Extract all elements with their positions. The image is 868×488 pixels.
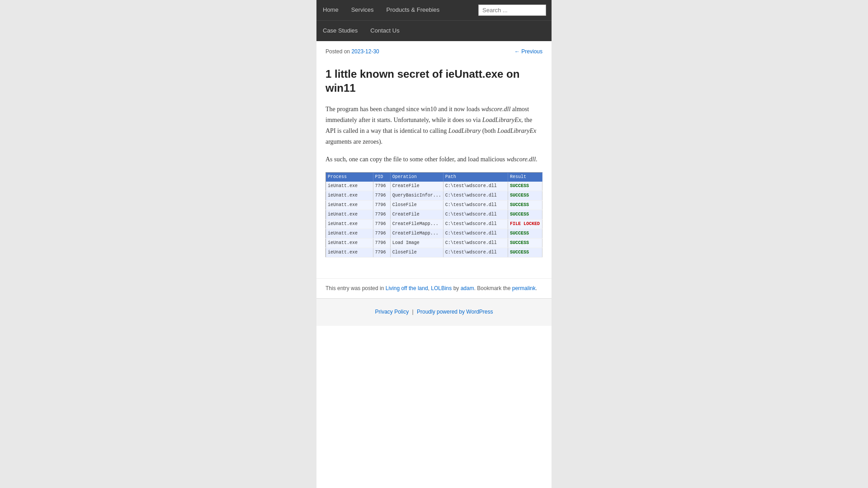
procmon-cell-result: FILE LOCKED [508, 220, 542, 229]
procmon-cell-process: ieUnatt.exe [326, 191, 373, 201]
privacy-policy-link[interactable]: Privacy Policy [375, 309, 409, 315]
nav-contact-us[interactable]: Contact Us [364, 21, 406, 41]
procmon-cell-process: ieUnatt.exe [326, 182, 373, 191]
procmon-cell-result: SUCCESS [508, 229, 542, 239]
procmon-cell-op: CreateFile [390, 210, 443, 220]
nav-products-freebies[interactable]: Products & Freebies [380, 0, 446, 20]
procmon-cell-path: C:\test\wdscore.dll [443, 248, 508, 258]
nav-bar-row2: Case Studies Contact Us [316, 20, 552, 41]
procmon-col-result: Result [508, 173, 542, 182]
procmon-cell-op: CreateFile [390, 182, 443, 191]
wordpress-link[interactable]: Proudly powered by WordPress [417, 309, 493, 315]
post-paragraph-2: As such, one can copy the file to some o… [326, 154, 542, 165]
procmon-cell-process: ieUnatt.exe [326, 201, 373, 210]
procmon-col-op: Operation [390, 173, 443, 182]
procmon-cell-op: Load Image [390, 239, 443, 248]
table-row: ieUnatt.exe 7796 CreateFile C:\test\wdsc… [326, 210, 542, 220]
procmon-cell-op: CloseFile [390, 248, 443, 258]
site-footer: Privacy Policy | Proudly powered by Word… [316, 298, 552, 325]
procmon-cell-result: SUCCESS [508, 191, 542, 201]
post-meta-bar: Posted on 2023-12-30 ← Previous [316, 41, 552, 62]
procmon-cell-process: ieUnatt.exe [326, 248, 373, 258]
table-row: ieUnatt.exe 7796 QueryBasicInfor... C:\t… [326, 191, 542, 201]
procmon-cell-pid: 7796 [373, 182, 390, 191]
procmon-cell-path: C:\test\wdscore.dll [443, 191, 508, 201]
nav-case-studies[interactable]: Case Studies [316, 21, 364, 41]
post-permalink[interactable]: permalink [512, 285, 536, 291]
nav-services[interactable]: Services [345, 0, 380, 20]
post-date[interactable]: 2023-12-30 [351, 48, 379, 55]
procmon-cell-path: C:\test\wdscore.dll [443, 220, 508, 229]
post-date-label: Posted on 2023-12-30 [326, 47, 379, 56]
procmon-cell-path: C:\test\wdscore.dll [443, 229, 508, 239]
search-form [473, 1, 552, 19]
table-row: ieUnatt.exe 7796 CreateFile C:\test\wdsc… [326, 182, 542, 191]
procmon-cell-result: SUCCESS [508, 182, 542, 191]
search-input[interactable] [478, 5, 546, 16]
nav-bar-row1: Home Services Products & Freebies [316, 0, 552, 20]
procmon-screenshot: Process PID Operation Path Result ieUnat… [326, 172, 542, 258]
procmon-cell-result: SUCCESS [508, 248, 542, 258]
procmon-col-pid: PID [373, 173, 390, 182]
procmon-cell-pid: 7796 [373, 220, 390, 229]
procmon-cell-result: SUCCESS [508, 201, 542, 210]
cat-lolbins[interactable]: LOLBins [431, 285, 452, 291]
nav-home[interactable]: Home [316, 0, 345, 20]
procmon-cell-op: CreateFileMapp... [390, 229, 443, 239]
procmon-cell-op: CreateFileMapp... [390, 220, 443, 229]
post-article: 1 little known secret of ieUnatt.exe on … [316, 62, 552, 278]
procmon-cell-result: SUCCESS [508, 239, 542, 248]
procmon-cell-pid: 7796 [373, 201, 390, 210]
procmon-cell-pid: 7796 [373, 229, 390, 239]
procmon-cell-result: SUCCESS [508, 210, 542, 220]
post-paragraph-1: The program has been changed since win10… [326, 104, 542, 147]
procmon-cell-path: C:\test\wdscore.dll [443, 239, 508, 248]
procmon-cell-process: ieUnatt.exe [326, 229, 373, 239]
procmon-cell-path: C:\test\wdscore.dll [443, 210, 508, 220]
post-footer-text: This entry was posted in Living off the … [326, 285, 537, 291]
site-header: Home Services Products & Freebies Case S… [316, 0, 552, 41]
procmon-cell-process: ieUnatt.exe [326, 239, 373, 248]
procmon-col-path: Path [443, 173, 508, 182]
cat-living-off-the-land[interactable]: Living off the land [386, 285, 428, 291]
table-row: ieUnatt.exe 7796 Load Image C:\test\wdsc… [326, 239, 542, 248]
procmon-cell-process: ieUnatt.exe [326, 210, 373, 220]
table-row: ieUnatt.exe 7796 CloseFile C:\test\wdsco… [326, 248, 542, 258]
procmon-header-row: Process PID Operation Path Result [326, 173, 542, 182]
procmon-cell-op: QueryBasicInfor... [390, 191, 443, 201]
post-footer: This entry was posted in Living off the … [316, 278, 552, 298]
procmon-col-process: Process [326, 173, 373, 182]
procmon-cell-pid: 7796 [373, 191, 390, 201]
post-body: The program has been changed since win10… [326, 104, 542, 258]
table-row: ieUnatt.exe 7796 CreateFileMapp... C:\te… [326, 220, 542, 229]
post-title: 1 little known secret of ieUnatt.exe on … [326, 67, 542, 95]
procmon-cell-path: C:\test\wdscore.dll [443, 182, 508, 191]
table-row: ieUnatt.exe 7796 CreateFileMapp... C:\te… [326, 229, 542, 239]
procmon-cell-path: C:\test\wdscore.dll [443, 201, 508, 210]
procmon-cell-process: ieUnatt.exe [326, 220, 373, 229]
procmon-cell-op: CloseFile [390, 201, 443, 210]
procmon-cell-pid: 7796 [373, 239, 390, 248]
procmon-cell-pid: 7796 [373, 248, 390, 258]
table-row: ieUnatt.exe 7796 CloseFile C:\test\wdsco… [326, 201, 542, 210]
prev-link[interactable]: ← Previous [514, 47, 542, 56]
footer-separator: | [412, 309, 415, 315]
procmon-cell-pid: 7796 [373, 210, 390, 220]
post-author[interactable]: adam [461, 285, 474, 291]
